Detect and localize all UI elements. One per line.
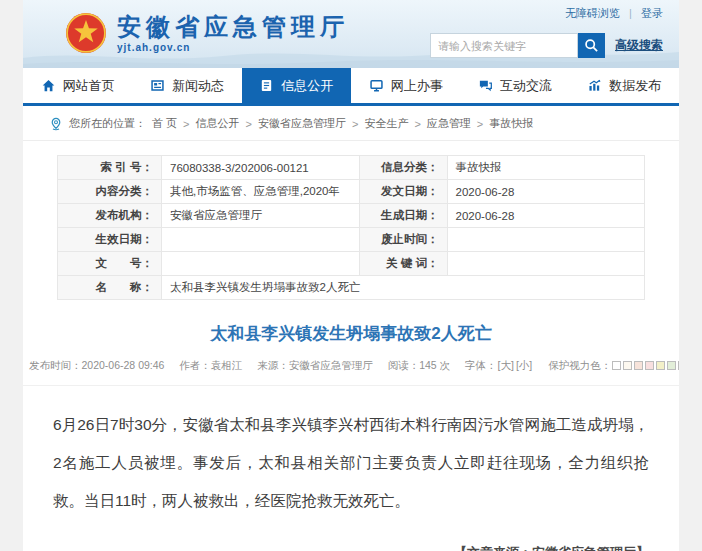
- table-row: 内容分类： 其他,市场监管、应急管理,2020年 发文日期： 2020-06-2…: [58, 180, 645, 204]
- eye-color-swatch[interactable]: [678, 361, 679, 370]
- nav-label: 网站首页: [63, 77, 115, 95]
- breadcrumb-item-home[interactable]: 首 页: [152, 116, 177, 131]
- meta-label: 信息分类：: [359, 156, 447, 180]
- eye-color-swatch[interactable]: [634, 361, 643, 370]
- source: 来源：安徽省应急管理厅: [257, 359, 373, 371]
- table-row: 名 称： 太和县李兴镇发生坍塌事故致2人死亡: [58, 276, 645, 300]
- home-icon: [41, 78, 56, 93]
- meta-label: 内容分类：: [58, 180, 162, 204]
- breadcrumb-separator: >: [183, 118, 189, 130]
- meta-label: 名 称：: [58, 276, 162, 300]
- news-icon: [150, 78, 165, 93]
- meta-value: 2020-06-28: [447, 204, 645, 228]
- eye-protection-label: 保护视力色：: [548, 359, 611, 371]
- top-links-separator: |: [629, 7, 632, 19]
- meta-label: 废止时间：: [359, 228, 447, 252]
- nav-item-info-disclosure[interactable]: 信息公开: [242, 68, 351, 103]
- eye-color-swatch[interactable]: [645, 361, 654, 370]
- table-row: 生效日期： 废止时间：: [58, 228, 645, 252]
- nav-item-online-services[interactable]: 网上办事: [351, 68, 460, 103]
- nav-label: 互动交流: [500, 77, 552, 95]
- meta-value: [447, 228, 645, 252]
- national-emblem-icon: [65, 12, 107, 54]
- site-title: 安徽省应急管理厅: [117, 14, 349, 40]
- font-larger-button[interactable]: [大]: [498, 359, 514, 371]
- document-meta-table: 索 引 号： 76080338-3/202006-00121 信息分类： 事故快…: [57, 155, 645, 300]
- breadcrumb-separator: >: [477, 118, 483, 130]
- nav-label: 信息公开: [281, 77, 333, 95]
- site-header: 安徽省应急管理厅 yjt.ah.gov.cn 无障碍浏览 | 登录 高级搜索: [23, 0, 679, 68]
- meta-value: [447, 252, 645, 276]
- eye-protection-control: 保护视力色：: [548, 359, 679, 371]
- breadcrumb-item-accident-report[interactable]: 事故快报: [489, 116, 533, 131]
- monitor-icon: [369, 78, 384, 93]
- breadcrumb-item-safety[interactable]: 安全生产: [364, 116, 408, 131]
- breadcrumb-separator: >: [414, 118, 420, 130]
- nav-item-data-release[interactable]: 数据发布: [570, 68, 679, 103]
- author: 作者：袁相江: [179, 359, 242, 371]
- view-count: 阅读：145 次: [388, 359, 450, 371]
- nav-label: 网上办事: [391, 77, 443, 95]
- meta-value: 事故快报: [447, 156, 645, 180]
- meta-value: 安徽省应急管理厅: [162, 204, 360, 228]
- font-size-control: 字体：[大][小]: [465, 359, 533, 371]
- breadcrumb-separator: >: [352, 118, 358, 130]
- font-smaller-button[interactable]: [小]: [516, 359, 532, 371]
- meta-value-document-name: 太和县李兴镇发生坍塌事故致2人死亡: [162, 276, 645, 300]
- document-icon: [259, 78, 274, 93]
- meta-label: 关 键 词：: [359, 252, 447, 276]
- site-url: yjt.ah.gov.cn: [117, 42, 349, 53]
- search-bar: 高级搜索: [430, 33, 663, 58]
- article-title: 太和县李兴镇发生坍塌事故致2人死亡: [23, 322, 679, 345]
- document-meta-table-wrap: 索 引 号： 76080338-3/202006-00121 信息分类： 事故快…: [23, 141, 679, 300]
- meta-value: 76080338-3/202006-00121: [162, 156, 360, 180]
- site-logo[interactable]: 安徽省应急管理厅 yjt.ah.gov.cn: [65, 12, 349, 54]
- eye-color-swatch[interactable]: [667, 361, 676, 370]
- breadcrumb-item-info[interactable]: 信息公开: [196, 116, 240, 131]
- chart-icon: [587, 78, 602, 93]
- table-row: 索 引 号： 76080338-3/202006-00121 信息分类： 事故快…: [58, 156, 645, 180]
- table-row: 文 号： 关 键 词：: [58, 252, 645, 276]
- meta-label: 发文日期：: [359, 180, 447, 204]
- meta-value: 2020-06-28: [447, 180, 645, 204]
- article-meta-bar: 发布时间：2020-06-28 09:46 作者：袁相江 来源：安徽省应急管理厅…: [23, 359, 679, 386]
- top-utility-links: 无障碍浏览 | 登录: [430, 6, 663, 21]
- breadcrumb-item-dept[interactable]: 安徽省应急管理厅: [258, 116, 346, 131]
- meta-value: [162, 228, 360, 252]
- nav-label: 新闻动态: [172, 77, 224, 95]
- meta-label: 生成日期：: [359, 204, 447, 228]
- publish-time: 发布时间：2020-06-28 09:46: [29, 359, 164, 371]
- chat-icon: [478, 78, 493, 93]
- article-body-text: 6月26日7时30分，安徽省太和县李兴镇李兴村西街木料行南因污水管网施工造成坍塌…: [53, 406, 649, 520]
- breadcrumb-separator: >: [246, 118, 252, 130]
- meta-value: 其他,市场监管、应急管理,2020年: [162, 180, 360, 204]
- nav-item-interaction[interactable]: 互动交流: [460, 68, 569, 103]
- page-container: 安徽省应急管理厅 yjt.ah.gov.cn 无障碍浏览 | 登录 高级搜索: [23, 0, 679, 551]
- table-row: 发布机构： 安徽省应急管理厅 生成日期： 2020-06-28: [58, 204, 645, 228]
- location-pin-icon: [49, 117, 63, 131]
- font-size-label: 字体：: [465, 359, 497, 371]
- accessibility-link[interactable]: 无障碍浏览: [565, 7, 620, 19]
- nav-item-news[interactable]: 新闻动态: [132, 68, 241, 103]
- meta-label: 发布机构：: [58, 204, 162, 228]
- login-link[interactable]: 登录: [641, 7, 663, 19]
- search-input[interactable]: [430, 33, 578, 58]
- nav-item-home[interactable]: 网站首页: [23, 68, 132, 103]
- main-nav: 网站首页 新闻动态 信息公开 网上办事 互动交流: [23, 68, 679, 106]
- eye-color-swatch[interactable]: [612, 361, 621, 370]
- breadcrumb: 您所在的位置： 首 页 > 信息公开 > 安徽省应急管理厅 > 安全生产 > 应…: [23, 106, 679, 141]
- eye-color-swatches: [611, 359, 679, 371]
- meta-label: 索 引 号：: [58, 156, 162, 180]
- breadcrumb-item-emergency[interactable]: 应急管理: [427, 116, 471, 131]
- eye-color-swatch[interactable]: [656, 361, 665, 370]
- breadcrumb-prefix: 您所在的位置：: [69, 116, 146, 131]
- article-source-footer: 【文章来源：安徽省应急管理厅】: [53, 544, 649, 551]
- advanced-search-link[interactable]: 高级搜索: [615, 37, 663, 54]
- search-button[interactable]: [578, 33, 605, 58]
- eye-color-swatch[interactable]: [623, 361, 632, 370]
- meta-value: [162, 252, 360, 276]
- nav-label: 数据发布: [609, 77, 661, 95]
- search-icon: [584, 38, 599, 53]
- meta-label: 生效日期：: [58, 228, 162, 252]
- meta-label: 文 号：: [58, 252, 162, 276]
